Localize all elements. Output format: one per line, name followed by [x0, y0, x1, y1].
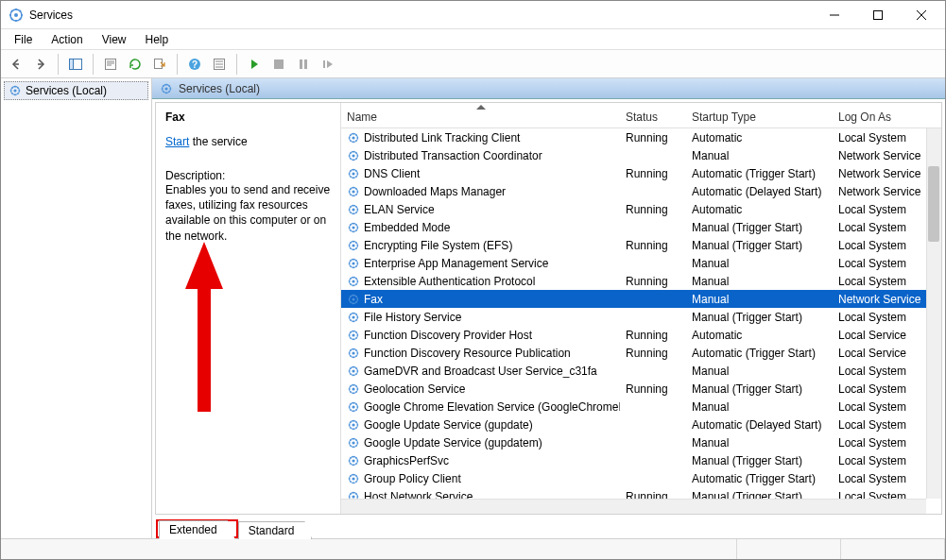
service-row[interactable]: Distributed Transaction CoordinatorManua… [341, 146, 941, 164]
svg-point-17 [164, 87, 167, 90]
service-row[interactable]: DNS ClientRunningAutomatic (Trigger Star… [341, 164, 941, 182]
cell-name: GameDVR and Broadcast User Service_c31fa [341, 365, 620, 378]
cell-startup: Automatic (Delayed Start) [686, 418, 833, 432]
gear-icon [9, 84, 22, 97]
cell-startup: Automatic (Trigger Start) [686, 472, 833, 485]
horizontal-scrollbar[interactable] [341, 499, 926, 514]
service-row[interactable]: Host Network ServiceRunningManual (Trigg… [341, 487, 941, 499]
service-row[interactable]: Google Update Service (gupdatem)ManualLo… [341, 433, 941, 451]
service-row[interactable]: GameDVR and Broadcast User Service_c31fa… [341, 362, 941, 380]
service-row[interactable]: Encrypting File System (EFS)RunningManua… [341, 236, 941, 254]
menu-file[interactable]: File [7, 31, 40, 48]
properties-button[interactable] [99, 53, 122, 76]
col-startup[interactable]: Startup Type [686, 107, 833, 127]
menu-view[interactable]: View [95, 31, 134, 48]
svg-rect-10 [274, 59, 284, 69]
service-row[interactable]: Extensible Authentication ProtocolRunnin… [341, 272, 941, 290]
tree-services-local[interactable]: Services (Local) [4, 81, 148, 100]
gear-icon [347, 311, 360, 324]
gear-icon [347, 239, 360, 252]
cell-name: Google Chrome Elevation Service (GoogleC… [341, 400, 620, 414]
menu-help[interactable]: Help [138, 31, 177, 48]
service-row[interactable]: ELAN ServiceRunningAutomaticLocal System [341, 200, 941, 218]
gear-icon [347, 131, 360, 144]
cell-status: Running [620, 382, 686, 396]
pane-header: Services (Local) [152, 78, 945, 99]
service-row[interactable]: Group Policy ClientAutomatic (Trigger St… [341, 469, 941, 487]
col-name[interactable]: Name [341, 107, 620, 127]
properties-sheet-button[interactable] [208, 53, 231, 76]
refresh-button[interactable] [124, 53, 146, 76]
cell-status: Running [620, 347, 686, 360]
cell-logon: Local System [833, 203, 937, 216]
cell-name: DNS Client [341, 167, 620, 180]
toolbar-separator [177, 54, 178, 75]
minimize-button[interactable] [813, 1, 856, 29]
show-hide-tree-button[interactable] [64, 53, 87, 76]
col-logon[interactable]: Log On As [833, 107, 937, 127]
tab-standard[interactable]: Standard [238, 521, 313, 539]
stop-service-button[interactable] [267, 53, 290, 76]
service-row[interactable]: Function Discovery Resource PublicationR… [341, 344, 941, 362]
service-row[interactable]: Google Chrome Elevation Service (GoogleC… [341, 398, 941, 416]
forward-button[interactable] [29, 53, 52, 76]
service-row[interactable]: GraphicsPerfSvcManual (Trigger Start)Loc… [341, 451, 941, 469]
service-row[interactable]: Embedded ModeManual (Trigger Start)Local… [341, 218, 941, 236]
service-row[interactable]: FaxManualNetwork Service [341, 290, 941, 308]
cell-logon: Local System [833, 472, 937, 485]
gear-icon [347, 472, 360, 485]
selected-service-name: Fax [165, 110, 331, 124]
cell-name: Google Update Service (gupdatem) [341, 436, 620, 450]
cell-logon: Local System [833, 436, 937, 450]
vertical-scrollbar[interactable] [926, 128, 941, 499]
cell-logon: Local System [833, 365, 937, 378]
cell-logon: Local System [833, 382, 937, 396]
tab-extended[interactable]: Extended [159, 520, 235, 539]
status-bar [1, 538, 945, 559]
services-app-icon [9, 8, 24, 23]
close-button[interactable] [900, 1, 943, 29]
pause-service-button[interactable] [292, 53, 315, 76]
cell-startup: Manual (Trigger Start) [686, 311, 833, 324]
service-row[interactable]: Enterprise App Management ServiceManualL… [341, 254, 941, 272]
service-row[interactable]: Geolocation ServiceRunningManual (Trigge… [341, 380, 941, 398]
help-button[interactable]: ? [183, 53, 206, 76]
tree-pane: Services (Local) [1, 78, 152, 538]
cell-startup: Manual (Trigger Start) [686, 239, 833, 252]
svg-point-35 [352, 280, 354, 282]
service-row[interactable]: Downloaded Maps ManagerAutomatic (Delaye… [341, 182, 941, 200]
toolbar-separator [93, 54, 94, 75]
tree-root-label: Services (Local) [26, 84, 107, 97]
menu-action[interactable]: Action [43, 31, 90, 48]
svg-point-53 [352, 441, 354, 444]
cell-startup: Manual [686, 365, 833, 378]
toolbar-separator [236, 54, 237, 75]
service-row[interactable]: File History ServiceManual (Trigger Star… [341, 308, 941, 326]
cell-logon: Local System [833, 221, 937, 234]
service-row[interactable]: Function Discovery Provider HostRunningA… [341, 326, 941, 344]
start-service-button[interactable] [243, 53, 266, 76]
cell-logon: Network Service [833, 293, 937, 306]
window-title: Services [29, 8, 813, 22]
scroll-thumb[interactable] [928, 166, 939, 242]
cell-status: Running [620, 275, 686, 288]
gear-icon [347, 167, 360, 180]
titlebar: Services [1, 1, 945, 29]
cell-name: Enterprise App Management Service [341, 257, 620, 270]
gear-icon [347, 418, 360, 432]
export-list-button[interactable] [148, 53, 171, 76]
svg-rect-2 [874, 10, 883, 19]
start-service-suffix: the service [189, 135, 247, 148]
svg-point-31 [352, 244, 354, 246]
svg-point-59 [352, 495, 354, 498]
start-service-link[interactable]: Start [165, 135, 189, 148]
cell-startup: Manual (Trigger Start) [686, 454, 833, 467]
service-row[interactable]: Distributed Link Tracking ClientRunningA… [341, 128, 941, 146]
restart-service-button[interactable] [317, 53, 339, 76]
col-status[interactable]: Status [620, 107, 686, 127]
cell-logon: Local Service [833, 329, 937, 342]
maximize-button[interactable] [856, 1, 900, 29]
back-button[interactable] [5, 53, 27, 76]
cell-startup: Manual [686, 400, 833, 414]
service-row[interactable]: Google Update Service (gupdate)Automatic… [341, 416, 941, 433]
